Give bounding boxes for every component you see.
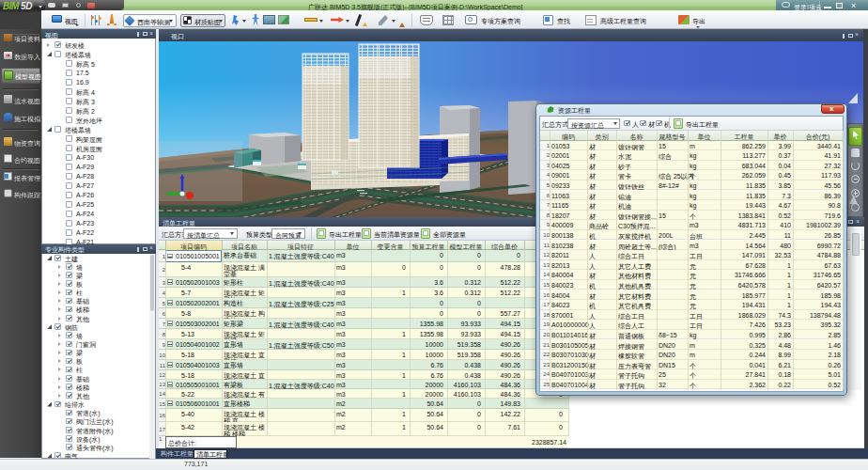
- svg-text:Y: Y: [163, 192, 167, 197]
